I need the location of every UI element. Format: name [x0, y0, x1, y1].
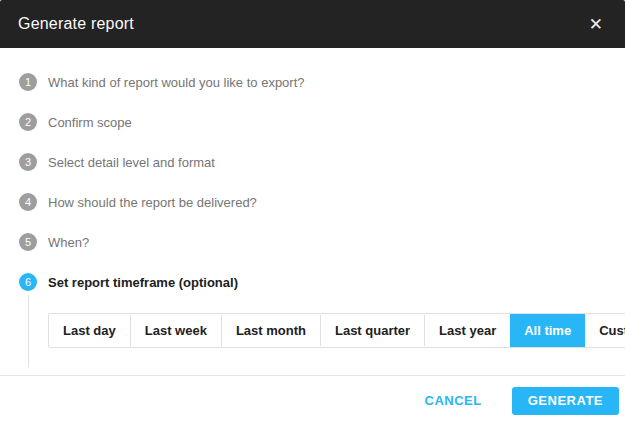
timeframe-option-all-time-selected[interactable]: All time [510, 314, 585, 347]
step-row-5[interactable]: 5 When? [19, 233, 625, 251]
timeframe-section: Last day Last week Last month Last quart… [48, 313, 625, 348]
generate-button[interactable]: GENERATE [512, 387, 619, 415]
timeframe-option-last-week[interactable]: Last week [130, 315, 221, 346]
step-label-1: What kind of report would you like to ex… [48, 75, 305, 90]
timeframe-option-last-quarter[interactable]: Last quarter [320, 315, 424, 346]
timeframe-option-last-year[interactable]: Last year [424, 315, 510, 346]
timeframe-option-last-day[interactable]: Last day [49, 315, 130, 346]
step-badge-3: 3 [19, 153, 37, 171]
step-row-6-active[interactable]: 6 Set report timeframe (optional) [19, 273, 625, 291]
step-label-6: Set report timeframe (optional) [48, 275, 238, 290]
dialog-footer: CANCEL GENERATE [0, 375, 625, 425]
step-label-3: Select detail level and format [48, 155, 215, 170]
timeframe-option-last-month[interactable]: Last month [221, 315, 320, 346]
step-badge-1: 1 [19, 73, 37, 91]
wizard-steps: 1 What kind of report would you like to … [0, 48, 625, 291]
dialog-title: Generate report [18, 15, 134, 33]
generate-report-dialog: Generate report ✕ 1 What kind of report … [0, 0, 625, 425]
close-icon[interactable]: ✕ [585, 12, 607, 37]
step-row-3[interactable]: 3 Select detail level and format [19, 153, 625, 171]
step-row-2[interactable]: 2 Confirm scope [19, 113, 625, 131]
step-row-1[interactable]: 1 What kind of report would you like to … [19, 73, 625, 91]
step-badge-5: 5 [19, 233, 37, 251]
timeframe-option-custom[interactable]: Custom [585, 315, 625, 346]
active-step-connector-line [28, 295, 29, 367]
step-badge-4: 4 [19, 193, 37, 211]
step-badge-6: 6 [19, 273, 37, 291]
step-badge-2: 2 [19, 113, 37, 131]
step-label-5: When? [48, 235, 89, 250]
cancel-button[interactable]: CANCEL [425, 393, 482, 408]
step-label-2: Confirm scope [48, 115, 132, 130]
dialog-header: Generate report ✕ [0, 0, 625, 48]
step-row-4[interactable]: 4 How should the report be delivered? [19, 193, 625, 211]
step-label-4: How should the report be delivered? [48, 195, 257, 210]
timeframe-button-group: Last day Last week Last month Last quart… [48, 313, 625, 348]
